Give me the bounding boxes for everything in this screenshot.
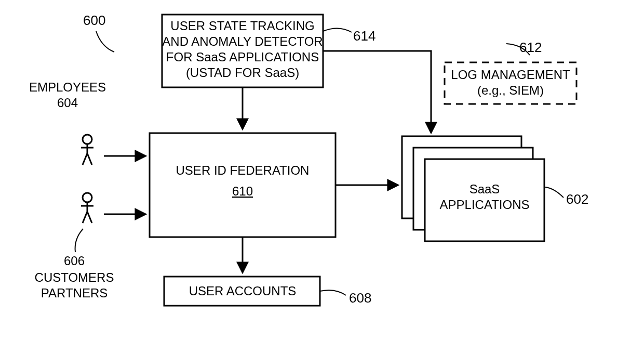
svg-point-1 [83,193,92,202]
ustad-line2: AND ANOMALY DETECTOR [162,34,323,48]
saas-line1: SaaS [469,182,500,196]
leader-600 [96,31,114,52]
figure-number: 600 [83,12,105,28]
ref-608: 608 [349,290,371,306]
ustad-line1: USER STATE TRACKING [170,19,314,33]
ustad-line4: (USTAD FOR SaaS) [186,66,299,80]
federation-ref: 610 [232,184,253,198]
leader-602 [545,187,564,198]
log-line2: (e.g., SIEM) [477,83,544,97]
svg-point-0 [83,135,92,144]
federation-title: USER ID FEDERATION [176,163,310,177]
employees-ref: 604 [57,96,78,110]
ref-606: 606 [64,254,85,268]
ustad-line3: FOR SaaS APPLICATIONS [166,50,319,64]
leader-606 [75,229,83,252]
log-line1: LOG MANAGEMENT [451,68,570,82]
leader-608 [320,290,346,295]
architecture-diagram: 600 USER STATE TRACKING AND ANOMALY DETE… [0,0,644,353]
ref-602: 602 [566,191,588,207]
partners-label: PARTNERS [41,286,108,300]
saas-line2: APPLICATIONS [440,198,530,212]
ref-614: 614 [353,28,375,44]
ref-612: 612 [519,40,542,55]
customer-icon [81,193,93,223]
connector-ustad-to-log [323,51,431,62]
employee-icon [81,135,93,165]
leader-614 [323,28,352,32]
customers-label: CUSTOMERS [35,270,114,284]
employees-label: EMPLOYEES [29,80,106,94]
accounts-title: USER ACCOUNTS [189,284,297,298]
